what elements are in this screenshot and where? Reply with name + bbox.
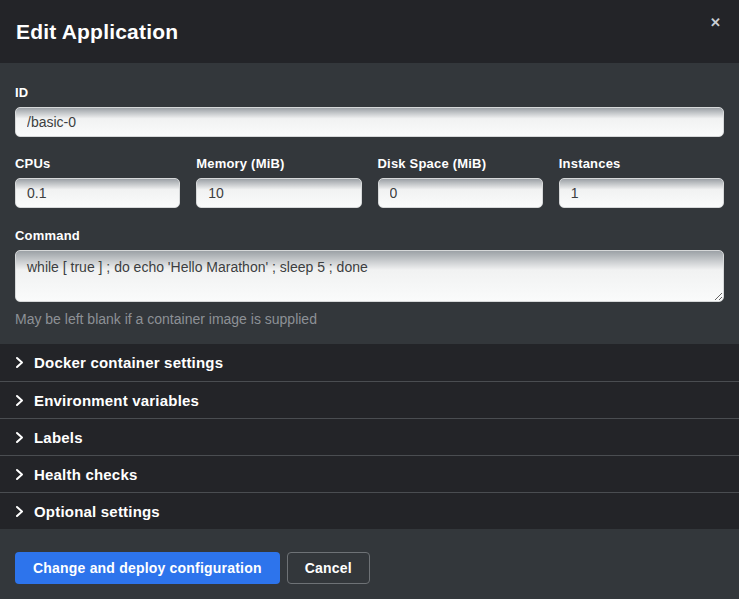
chevron-right-icon [15,394,24,407]
id-field-group: ID [15,85,724,137]
section-label: Docker container settings [34,354,223,371]
id-label: ID [15,85,724,100]
section-docker-container-settings[interactable]: Docker container settings [0,344,739,381]
instances-input[interactable] [559,178,724,208]
section-label: Labels [34,429,83,446]
section-labels[interactable]: Labels [0,418,739,455]
cpus-field-group: CPUs [15,156,180,208]
section-optional-settings[interactable]: Optional settings [0,492,739,529]
command-help-text: May be left blank if a container image i… [15,311,724,327]
application-form: ID CPUs Memory (MiB) Disk Space (MiB) In… [0,63,739,327]
cpus-input[interactable] [15,178,180,208]
section-label: Environment variables [34,392,199,409]
modal-title: Edit Application [16,20,178,44]
modal-footer: Change and deploy configuration Cancel [0,529,739,599]
instances-field-group: Instances [559,156,724,208]
command-textarea[interactable]: while [ true ] ; do echo 'Hello Marathon… [15,250,724,302]
change-and-deploy-button[interactable]: Change and deploy configuration [15,552,280,584]
command-label: Command [15,228,724,243]
command-field-group: Command while [ true ] ; do echo 'Hello … [15,228,724,327]
id-input[interactable] [15,107,724,137]
section-health-checks[interactable]: Health checks [0,455,739,492]
modal-header: Edit Application ✕ [0,0,739,63]
disk-space-label: Disk Space (MiB) [378,156,543,171]
accordion-sections: Docker container settings Environment va… [0,344,739,529]
disk-field-group: Disk Space (MiB) [378,156,543,208]
instances-label: Instances [559,156,724,171]
chevron-right-icon [15,468,24,481]
resources-row: CPUs Memory (MiB) Disk Space (MiB) Insta… [15,156,724,208]
memory-field-group: Memory (MiB) [196,156,361,208]
memory-input[interactable] [196,178,361,208]
cancel-button[interactable]: Cancel [287,552,370,584]
disk-space-input[interactable] [378,178,543,208]
section-label: Health checks [34,466,137,483]
memory-label: Memory (MiB) [196,156,361,171]
close-icon[interactable]: ✕ [708,14,723,31]
edit-application-modal: Edit Application ✕ ID CPUs Memory (MiB) … [0,0,739,599]
chevron-right-icon [15,505,24,518]
cpus-label: CPUs [15,156,180,171]
section-environment-variables[interactable]: Environment variables [0,381,739,418]
section-label: Optional settings [34,503,160,520]
chevron-right-icon [15,356,24,369]
chevron-right-icon [15,431,24,444]
